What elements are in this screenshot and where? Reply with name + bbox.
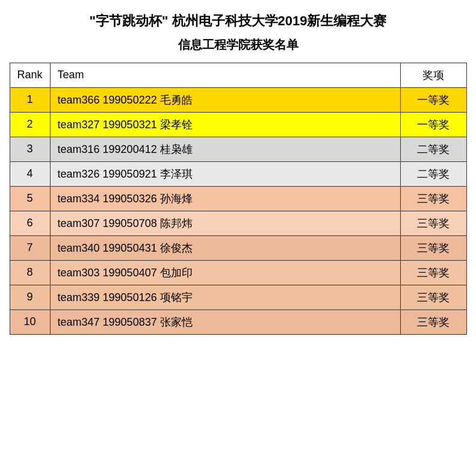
- award-cell: 三等奖: [400, 211, 466, 235]
- award-text: 二等奖: [417, 143, 450, 155]
- award-text: 三等奖: [417, 267, 450, 279]
- rank-cell: 9: [10, 285, 50, 309]
- table-row: 5team334 199050326 孙海烽三等奖: [10, 186, 466, 211]
- team-cell: team340 199050431 徐俊杰: [50, 235, 400, 260]
- table-row: 2team327 199050321 梁孝铨一等奖: [10, 112, 466, 137]
- table-row: 4team326 199050921 李泽琪二等奖: [10, 161, 466, 186]
- rank-cell: 10: [10, 309, 50, 334]
- award-cell: 三等奖: [400, 260, 466, 285]
- award-text: 三等奖: [417, 242, 450, 254]
- header-award: 奖项: [400, 63, 466, 87]
- rank-cell: 4: [10, 161, 50, 186]
- award-text: 一等奖: [417, 94, 450, 106]
- award-cell: 三等奖: [400, 235, 466, 260]
- award-text: 三等奖: [417, 217, 450, 229]
- team-cell: team303 199050407 包加印: [50, 260, 400, 285]
- award-text: 三等奖: [417, 193, 450, 205]
- header-team: Team: [50, 63, 400, 87]
- team-cell: team316 199200412 桂枭雄: [50, 137, 400, 161]
- award-cell: 一等奖: [400, 87, 466, 112]
- team-cell: team339 199050126 项铭宇: [50, 285, 400, 309]
- table-row: 9team339 199050126 项铭宇三等奖: [10, 285, 466, 309]
- award-text: 三等奖: [417, 316, 450, 328]
- award-cell: 三等奖: [400, 186, 466, 211]
- award-cell: 二等奖: [400, 137, 466, 161]
- header-rank: Rank: [10, 63, 50, 87]
- team-cell: team347 199050837 张家恺: [50, 309, 400, 334]
- award-text: 二等奖: [417, 168, 450, 180]
- table-row: 10team347 199050837 张家恺三等奖: [10, 309, 466, 334]
- team-cell: team326 199050921 李泽琪: [50, 161, 400, 186]
- rank-cell: 1: [10, 87, 50, 112]
- rank-cell: 3: [10, 137, 50, 161]
- sub-title: 信息工程学院获奖名单: [178, 37, 298, 53]
- rank-cell: 2: [10, 112, 50, 137]
- team-cell: team327 199050321 梁孝铨: [50, 112, 400, 137]
- rank-cell: 5: [10, 186, 50, 211]
- award-text: 一等奖: [417, 119, 450, 131]
- table-row: 6team307 199050708 陈邦炜三等奖: [10, 211, 466, 235]
- team-cell: team307 199050708 陈邦炜: [50, 211, 400, 235]
- results-table: Rank Team 奖项 1team366 199050222 毛勇皓一等奖2t…: [10, 63, 467, 335]
- rank-cell: 8: [10, 260, 50, 285]
- award-cell: 一等奖: [400, 112, 466, 137]
- main-title: "字节跳动杯" 杭州电子科技大学2019新生编程大赛: [90, 12, 387, 31]
- award-cell: 三等奖: [400, 309, 466, 334]
- award-text: 三等奖: [417, 291, 450, 303]
- table-row: 1team366 199050222 毛勇皓一等奖: [10, 87, 466, 112]
- team-cell: team366 199050222 毛勇皓: [50, 87, 400, 112]
- results-table-wrapper: Rank Team 奖项 1team366 199050222 毛勇皓一等奖2t…: [10, 63, 467, 335]
- award-cell: 三等奖: [400, 285, 466, 309]
- award-cell: 二等奖: [400, 161, 466, 186]
- table-row: 8team303 199050407 包加印三等奖: [10, 260, 466, 285]
- rank-cell: 7: [10, 235, 50, 260]
- team-cell: team334 199050326 孙海烽: [50, 186, 400, 211]
- table-row: 7team340 199050431 徐俊杰三等奖: [10, 235, 466, 260]
- rank-cell: 6: [10, 211, 50, 235]
- table-row: 3team316 199200412 桂枭雄二等奖: [10, 137, 466, 161]
- table-header-row: Rank Team 奖项: [10, 63, 466, 87]
